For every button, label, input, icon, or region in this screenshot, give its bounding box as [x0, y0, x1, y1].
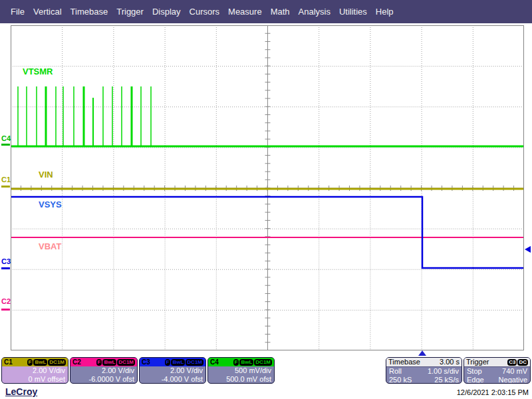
channel-descriptor-header-c1: C1FBwLDC1M — [2, 358, 68, 366]
timebase-row-mode: Roll 1.00 s/div — [386, 367, 462, 376]
timebase-row-sampling: 250 kS 25 kS/s — [386, 376, 462, 384]
badge-bwl: BwL — [171, 359, 185, 366]
trace-label-vin: VIN — [39, 170, 53, 180]
trigger-row-type: Edge Negative — [464, 376, 530, 384]
channel-offset: 0 mV offset — [2, 375, 68, 384]
trigger-title: Trigger — [466, 358, 489, 366]
menu-item-cursors[interactable]: Cursors — [190, 7, 220, 17]
channel-marker-tick-c2[interactable] — [1, 309, 10, 311]
badge-bwl: BwL — [102, 359, 116, 366]
channel-vdiv: 500 mV/div — [208, 366, 274, 375]
timebase-title: Timebase — [388, 358, 420, 366]
timebase-scale: 1.00 s/div — [428, 367, 459, 376]
trigger-time-marker[interactable] — [418, 350, 426, 356]
badge-f: F — [165, 359, 171, 366]
badge-f: F — [27, 359, 33, 366]
timebase-header: Timebase 3.00 s — [386, 358, 462, 367]
trigger-level-arrow[interactable] — [525, 246, 531, 253]
timestamp: 12/6/2021 2:03:15 PM — [457, 388, 529, 396]
channel-descriptor-header-c3: C3FBwLDC1M — [140, 358, 205, 366]
trace-label-vtsmr: VTSMR — [23, 66, 53, 76]
channel-badges: FBwLDC1M — [96, 359, 135, 366]
channel-id-label: C1 — [4, 359, 13, 366]
channel-marker-c1[interactable]: C1 — [1, 176, 11, 184]
trigger-slope: Negative — [499, 376, 527, 384]
channel-id-label: C2 — [72, 359, 81, 366]
channel-descriptor-c1[interactable]: C1FBwLDC1M2.00 V/div0 mV offset — [1, 357, 68, 384]
menu-item-measure[interactable]: Measure — [228, 7, 262, 17]
oscilloscope-screen: { "menu": { "items": ["File","Vertical",… — [0, 0, 532, 399]
channel-marker-c3[interactable]: C3 — [1, 258, 11, 265]
channel-vdiv: 2.00 V/div — [140, 366, 205, 375]
badge-dc1m: DC1M — [186, 359, 203, 366]
channel-id-label: C4 — [210, 359, 219, 366]
menu-item-help[interactable]: Help — [376, 7, 394, 17]
menu-item-display[interactable]: Display — [152, 7, 181, 17]
waveform-grid[interactable] — [11, 25, 524, 350]
trigger-row-mode: Stop 740 mV — [464, 367, 530, 376]
channel-marker-tick-c1[interactable] — [1, 186, 10, 188]
badge-bwl: BwL — [33, 359, 47, 366]
trigger-level: 740 mV — [502, 367, 527, 376]
menu-item-file[interactable]: File — [11, 7, 25, 17]
trace-label-vsys: VSYS — [39, 200, 62, 209]
trigger-type: Edge — [467, 376, 484, 384]
timebase-mode: Roll — [389, 367, 402, 376]
badge-dc1m: DC1M — [117, 359, 135, 366]
channel-badges: FBwLDC1M — [27, 359, 66, 366]
channel-descriptor-header-c4: C4FBwLDC1M — [208, 358, 274, 366]
channel-offset: 500.0 mV ofst — [208, 375, 274, 384]
menu-item-utilities[interactable]: Utilities — [339, 7, 367, 17]
channel-badges: FBwLDC1M — [233, 359, 272, 366]
timebase-rate: 25 kS/s — [434, 376, 459, 384]
channel-marker-c2[interactable]: C2 — [1, 298, 11, 305]
timebase-samples: 250 kS — [389, 376, 412, 384]
trigger-box[interactable]: Trigger C3 DC Stop 740 mV Edge Negative — [464, 357, 531, 384]
menu-item-trigger[interactable]: Trigger — [116, 7, 144, 17]
channel-descriptor-c3[interactable]: C3FBwLDC1M2.00 V/div-4.000 V ofst — [139, 357, 206, 384]
timebase-box[interactable]: Timebase 3.00 s Roll 1.00 s/div 250 kS 2… — [386, 357, 462, 384]
channel-marker-tick-c3[interactable] — [1, 267, 10, 269]
channel-offset: -4.000 V ofst — [140, 375, 205, 384]
menu-item-timebase[interactable]: Timebase — [70, 7, 108, 17]
badge-dc1m: DC1M — [48, 359, 66, 366]
menu-item-analysis[interactable]: Analysis — [299, 7, 331, 17]
badge-f: F — [233, 359, 239, 366]
trigger-mode: Stop — [467, 367, 482, 376]
channel-descriptor-c4[interactable]: C4FBwLDC1M500 mV/div500.0 mV ofst — [207, 357, 275, 384]
lecroy-logo: LeCroy — [5, 386, 37, 397]
channel-descriptor-header-c2: C2FBwLDC1M — [70, 358, 137, 366]
trigger-source-badge: C3 — [507, 359, 517, 366]
trigger-badges: C3 DC — [507, 359, 528, 366]
timebase-value: 3.00 s — [440, 358, 460, 366]
graticule-svg — [11, 25, 524, 350]
menu-bar: FileVerticalTimebaseTriggerDisplayCursor… — [0, 0, 532, 23]
channel-marker-tick-c4[interactable] — [1, 144, 10, 146]
channel-marker-c4[interactable]: C4 — [1, 135, 11, 142]
channel-offset: -6.0000 V ofst — [70, 375, 137, 384]
badge-bwl: BwL — [239, 359, 253, 366]
trigger-header: Trigger C3 DC — [464, 358, 530, 367]
channel-descriptor-c2[interactable]: C2FBwLDC1M2.00 V/div-6.0000 V ofst — [70, 357, 138, 384]
channel-vdiv: 2.00 V/div — [70, 366, 137, 375]
channel-vdiv: 2.00 V/div — [2, 366, 68, 375]
channel-badges: FBwLDC1M — [164, 359, 203, 366]
badge-dc1m: DC1M — [254, 359, 272, 366]
badge-f: F — [96, 359, 102, 366]
menu-item-vertical[interactable]: Vertical — [33, 7, 62, 17]
menu-item-math[interactable]: Math — [271, 7, 290, 17]
trace-label-vbat: VBAT — [39, 241, 61, 251]
channel-id-label: C3 — [142, 359, 150, 366]
trigger-coupling-badge: DC — [517, 359, 528, 366]
